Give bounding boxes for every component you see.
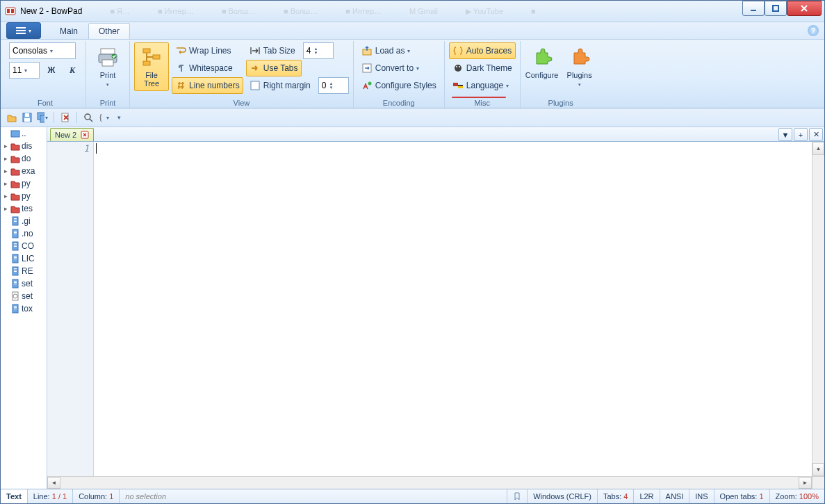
configurestyles-button[interactable]: Configure Styles bbox=[358, 77, 440, 94]
quick-access-toolbar: ▾ { }▾ ▾ bbox=[1, 108, 824, 127]
closetab-button[interactable]: ✕ bbox=[809, 128, 823, 141]
filetree-folder[interactable]: ▸py bbox=[1, 177, 47, 190]
puzzle-orange-icon bbox=[569, 46, 591, 68]
horizontal-scrollbar[interactable]: ◄ ► bbox=[47, 476, 824, 489]
language-label: Language bbox=[466, 81, 503, 90]
filetree-folder[interactable]: ▸exa bbox=[1, 165, 47, 177]
configure-plugins-button[interactable]: Configure bbox=[525, 42, 559, 83]
file-tree[interactable]: .. ▸dis▸do▸exa▸py▸py▸tes.gi.noCOLICREset… bbox=[1, 127, 47, 489]
dark-icon bbox=[452, 63, 464, 74]
scroll-down-icon[interactable]: ▼ bbox=[812, 463, 824, 476]
editor-area: New 2 ▼ + ✕ 1 ▲ ▼ bbox=[47, 127, 824, 489]
sb-eol[interactable]: Windows (CRLF) bbox=[528, 489, 598, 503]
cfgstyles-label: Configure Styles bbox=[375, 81, 436, 90]
filetree-file[interactable]: set bbox=[1, 277, 47, 290]
sb-column[interactable]: Column: 1 bbox=[73, 489, 120, 503]
filetree-file[interactable]: .gi bbox=[1, 215, 47, 227]
help-icon[interactable]: ? bbox=[808, 25, 819, 36]
ribbon-tab-other[interactable]: Other bbox=[88, 23, 130, 39]
wraplines-button[interactable]: Wrap Lines bbox=[172, 42, 243, 59]
svg-rect-2 bbox=[11, 9, 14, 13]
sb-line[interactable]: Line: 1 / 1 bbox=[28, 489, 73, 503]
filetree-folder[interactable]: ▸dis bbox=[1, 140, 47, 152]
sb-lexer[interactable]: Text bbox=[1, 489, 28, 503]
ribbon-tab-main[interactable]: Main bbox=[49, 23, 88, 39]
convertto-button[interactable]: Convert to▾ bbox=[358, 60, 440, 76]
filetree-folder[interactable]: ▸tes bbox=[1, 202, 47, 215]
svg-rect-30 bbox=[11, 131, 19, 137]
sb-zoom[interactable]: Zoom: 100% bbox=[770, 489, 824, 503]
annotation-underline bbox=[452, 97, 506, 98]
filetree-root-label: .. bbox=[22, 129, 26, 138]
filetree-folder[interactable]: ▸py bbox=[1, 190, 47, 202]
line-gutter: 1 bbox=[47, 142, 94, 476]
usetabs-button[interactable]: Use Tabs bbox=[246, 60, 302, 76]
print-button[interactable]: Print ▾ bbox=[90, 42, 125, 91]
loadas-button[interactable]: Load as▾ bbox=[358, 42, 440, 59]
open-icon[interactable] bbox=[6, 112, 17, 123]
plugins-button[interactable]: Plugins ▾ bbox=[562, 42, 597, 91]
filetree-folder[interactable]: ▸do bbox=[1, 152, 47, 165]
closedoc-icon[interactable] bbox=[60, 112, 71, 123]
saveall-icon[interactable]: ▾ bbox=[37, 112, 48, 123]
styles-icon bbox=[361, 80, 373, 91]
darktheme-button[interactable]: Dark Theme bbox=[449, 60, 516, 76]
rightmargin-toggle[interactable]: Right margin bbox=[246, 77, 314, 94]
italic-button[interactable]: К bbox=[63, 62, 81, 79]
braces-icon bbox=[452, 45, 464, 56]
filetree-file[interactable]: set bbox=[1, 290, 47, 302]
svg-point-15 bbox=[368, 82, 371, 86]
sb-opentabs[interactable]: Open tabs: 1 bbox=[714, 489, 770, 503]
tab-close-icon[interactable] bbox=[81, 131, 89, 139]
svg-point-28 bbox=[85, 114, 90, 120]
group-label-print: Print bbox=[90, 97, 125, 108]
vertical-scrollbar[interactable]: ▲ ▼ bbox=[812, 142, 824, 476]
minimize-button[interactable] bbox=[742, 1, 765, 16]
text-area[interactable] bbox=[94, 142, 812, 476]
filetree-file[interactable]: .no bbox=[1, 227, 47, 240]
app-menu-button[interactable]: ▾ bbox=[6, 22, 41, 39]
group-print: Print ▾ Print bbox=[86, 41, 130, 108]
scroll-left-icon[interactable]: ◄ bbox=[47, 477, 60, 489]
whitespace-button[interactable]: Whitespace bbox=[172, 60, 243, 76]
tablist-button[interactable]: ▼ bbox=[778, 128, 792, 141]
titlebar[interactable]: New 2 - BowPad ■ Я…■ Интер…■ Волш…■ Волш… bbox=[1, 1, 824, 22]
filetree-file[interactable]: RE bbox=[1, 265, 47, 277]
svg-point-18 bbox=[459, 66, 460, 67]
language-button[interactable]: Language▾ bbox=[449, 77, 516, 94]
sb-direction[interactable]: L2R bbox=[634, 489, 660, 503]
editor-tab[interactable]: New 2 bbox=[50, 128, 94, 141]
qat-customize-icon[interactable]: ▾ bbox=[113, 112, 124, 123]
rightmargin-spinner[interactable]: 0 ▲▼ bbox=[318, 77, 349, 94]
sb-tabs[interactable]: Tabs: 4 bbox=[598, 489, 634, 503]
app-icon bbox=[5, 6, 16, 17]
sb-bookmark[interactable] bbox=[507, 489, 528, 503]
autobraces-label: Auto Braces bbox=[466, 46, 512, 56]
filetree-file[interactable]: LIC bbox=[1, 252, 47, 265]
svg-rect-21 bbox=[458, 85, 463, 86]
font-name-combo[interactable]: Consolas▾ bbox=[9, 42, 76, 59]
bold-button[interactable]: Ж bbox=[42, 62, 60, 79]
newtab-button[interactable]: + bbox=[794, 128, 808, 141]
scroll-up-icon[interactable]: ▲ bbox=[812, 142, 824, 155]
search-icon[interactable] bbox=[83, 112, 94, 123]
sb-selection: no selection bbox=[120, 489, 507, 503]
filetree-file[interactable]: CO bbox=[1, 240, 47, 252]
sb-ovr[interactable]: INS bbox=[689, 489, 714, 503]
close-button[interactable] bbox=[787, 1, 822, 16]
maximize-button[interactable] bbox=[765, 1, 787, 16]
function-icon[interactable]: { }▾ bbox=[98, 112, 109, 123]
autobraces-button[interactable]: Auto Braces bbox=[449, 42, 516, 59]
scroll-right-icon[interactable]: ► bbox=[799, 477, 812, 489]
rightmargin-text: Right margin bbox=[263, 81, 311, 90]
filetree-root[interactable]: .. bbox=[1, 127, 47, 140]
filetree-button[interactable]: File Tree bbox=[134, 42, 169, 91]
svg-rect-19 bbox=[453, 83, 458, 86]
sb-encoding[interactable]: ANSI bbox=[660, 489, 690, 503]
font-size-combo[interactable]: 11▾ bbox=[9, 62, 40, 79]
svg-rect-45 bbox=[14, 257, 17, 258]
linenumbers-button[interactable]: Line numbers bbox=[172, 77, 243, 94]
filetree-file[interactable]: tox bbox=[1, 302, 47, 315]
save-icon[interactable] bbox=[22, 112, 33, 123]
tabsize-spinner[interactable]: 4 ▲▼ bbox=[303, 42, 334, 59]
